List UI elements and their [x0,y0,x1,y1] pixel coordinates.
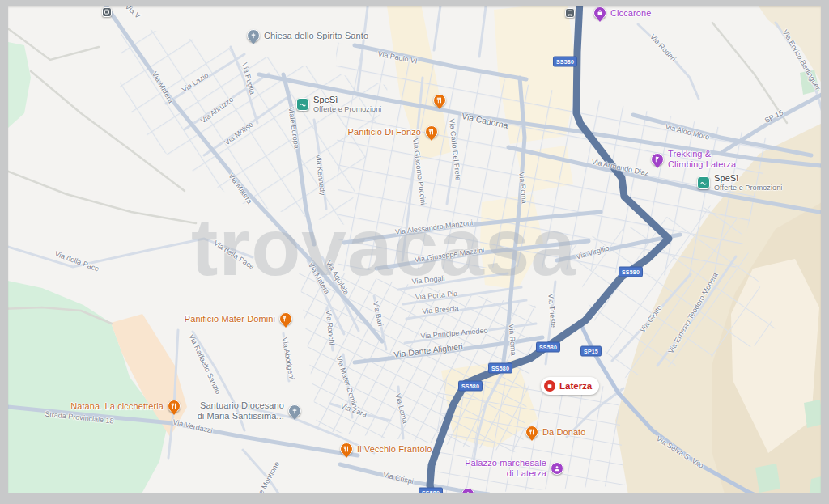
poi-label: SpeSìOfferte e Promozioni [313,95,381,114]
restaurant-pin-icon [525,426,538,438]
restaurant-pin-icon [168,400,181,413]
transit-station-icon [102,7,112,17]
poi-label: Trekking &Climbing Laterza [668,149,736,170]
poi-label: Da Donato [542,427,586,438]
poi-label: Palazzo marchesaledi Laterza [465,458,546,479]
poi-label: Panificio Mater Domini [185,314,275,324]
spesi-store-icon [296,98,309,111]
map-canvas[interactable]: trovacasa Via VVia MateraVia LazioVia Pu… [0,0,829,504]
poi-label: SpeSìOfferte e Promozioni [714,173,782,193]
restaurant-pin-icon [340,443,353,455]
poi-label: Natana. La cicchetteria [70,401,164,412]
person-poi-icon [551,462,563,475]
poi-label: Laterza [559,381,592,391]
poi-label: Ciccarone [610,8,651,19]
trekking-pin-icon [651,153,664,166]
restaurant-pin-icon [279,312,292,325]
shopping-pin-icon [593,6,606,19]
poi-label: Santuario Diocesanodi Maria Santissima..… [198,400,284,421]
town-marker-icon [544,380,555,392]
poi-layer: Chiesa dello Spirito SantoSpeSìOfferte e… [0,0,829,504]
church-pin-icon [288,404,301,417]
poi-label: Il Vecchio Frantoio [357,444,432,455]
restaurant-pin-icon [425,125,438,138]
poi-label: Panificio Di Fonzo [348,127,421,138]
church-pin-icon [247,29,260,42]
person-poi-icon [461,488,474,501]
spesi-store-icon [697,176,710,189]
restaurant-pin-icon [433,94,446,107]
transit-station-icon [565,8,575,18]
poi-label: Chiesa dello Spirito Santo [264,31,368,41]
town-marker-card: Laterza [541,377,599,395]
